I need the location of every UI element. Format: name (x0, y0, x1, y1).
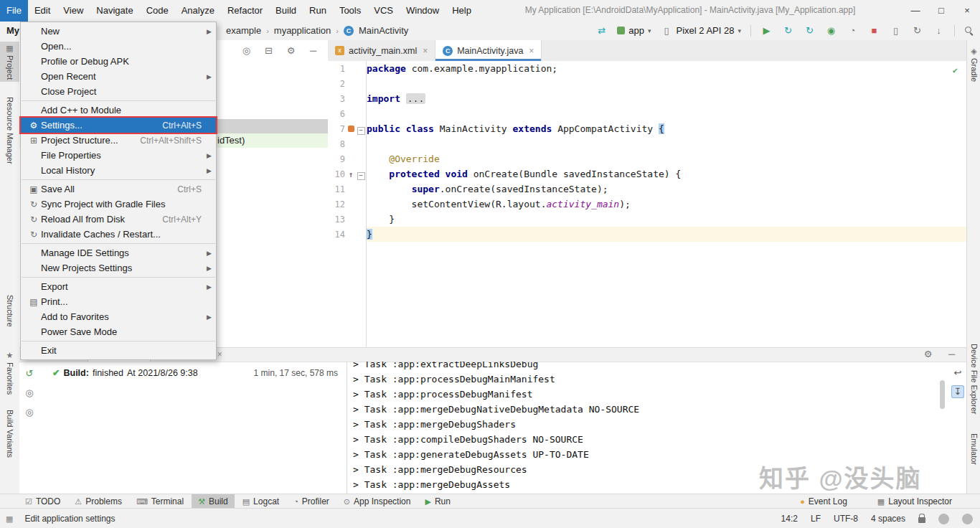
menu-item-local-history[interactable]: Local History▶ (21, 163, 216, 178)
apply-changes-icon[interactable]: ↻ (782, 24, 794, 37)
toolwindow-button-profiler[interactable]: ◔Profiler (287, 494, 336, 509)
menu-item-add-c-to-module[interactable]: Add C++ to Module (21, 103, 216, 118)
settings-gear-icon[interactable]: ⚙ (285, 44, 297, 57)
toolwindow-switcher-icon[interactable]: ▦ (6, 514, 13, 524)
menu-navigate[interactable]: Navigate (90, 0, 139, 22)
caret-position[interactable]: 14:2 (781, 514, 798, 524)
search-icon[interactable] (964, 26, 974, 36)
stripe-emulator[interactable]: Emulator (967, 431, 980, 467)
menu-item-open-recent[interactable]: Open Recent▶ (21, 69, 216, 84)
menu-item-profile-or-debug-apk[interactable]: Profile or Debug APK (21, 54, 216, 69)
menu-item-new-projects-settings[interactable]: New Projects Settings▶ (21, 260, 216, 275)
override-method-icon[interactable]: ↑ (349, 170, 354, 179)
code-line-3[interactable]: import ... (367, 91, 966, 106)
indent-style[interactable]: 4 spaces (871, 514, 905, 524)
maximize-icon[interactable]: □ (928, 0, 954, 22)
gear-icon[interactable]: ⚙ (922, 348, 934, 360)
stripe-gradle[interactable]: ◈Gradle (967, 44, 980, 84)
menu-edit[interactable]: Edit (28, 0, 57, 22)
menu-item-settings[interactable]: ⚙Settings...Ctrl+Alt+S (21, 118, 216, 133)
menu-item-power-save-mode[interactable]: Power Save Mode (21, 324, 216, 339)
code-line-10[interactable]: protected void onCreate(Bundle savedInst… (367, 166, 966, 182)
menu-item-invalidate-caches-restart[interactable]: ↻Invalidate Caches / Restart... (21, 227, 216, 242)
code-line-9[interactable]: @Override (367, 151, 966, 166)
breadcrumb-item[interactable]: example (226, 25, 261, 36)
menu-item-close-project[interactable]: Close Project (21, 84, 216, 99)
menu-refactor[interactable]: Refactor (221, 0, 269, 22)
toolwindow-button-problems[interactable]: ⚠Problems (68, 494, 128, 509)
stripe-structure[interactable]: Structure (0, 293, 19, 329)
scroll-end-icon[interactable]: ↧ (951, 385, 964, 398)
menu-item-print[interactable]: ▤Print... (21, 294, 216, 309)
hide-icon[interactable]: ─ (307, 44, 319, 57)
menu-item-add-to-favorites[interactable]: Add to Favorites▶ (21, 309, 216, 324)
tab-close-icon[interactable]: × (423, 46, 428, 56)
menu-item-manage-ide-settings[interactable]: Manage IDE Settings▶ (21, 245, 216, 260)
run-config-selector[interactable]: app▾ (617, 25, 651, 36)
stop-icon[interactable]: ■ (868, 24, 880, 37)
code-line-7[interactable]: public class MainActivity extends AppCom… (367, 121, 966, 136)
code-line-11[interactable]: super.onCreate(savedInstanceState); (367, 182, 966, 197)
build-console[interactable]: > Task :app:extractDeepLinksDebug> Task … (347, 362, 938, 494)
menu-tools[interactable]: Tools (333, 0, 367, 22)
menu-run[interactable]: Run (303, 0, 333, 22)
menu-item-save-all[interactable]: ▣Save AllCtrl+S (21, 182, 216, 197)
toolwindow-button-logcat[interactable]: ▤Logcat (236, 494, 286, 509)
collapse-all-icon[interactable]: ⊟ (263, 44, 275, 57)
breadcrumb-item[interactable]: myapplication (274, 25, 331, 36)
menu-code[interactable]: Code (140, 0, 175, 22)
minimize-icon[interactable]: — (903, 0, 928, 22)
toolwindow-button-run[interactable]: ▶Run (418, 494, 456, 509)
stripe-build-variants[interactable]: Build Variants (0, 407, 19, 460)
code-editor[interactable]: 12367−8910↑−11121314 package com.example… (328, 61, 966, 347)
sync-project-icon[interactable]: ⇄ (595, 24, 608, 37)
fold-marker-icon[interactable]: − (357, 172, 365, 180)
menu-vcs[interactable]: VCS (367, 0, 400, 22)
profile-icon[interactable]: ◔ (847, 24, 859, 37)
sync-gradle-icon[interactable]: ↻ (911, 24, 923, 37)
toolwindow-button-layout-inspector[interactable]: ▦Layout Inspector (871, 494, 958, 509)
breadcrumb-item[interactable]: MainActivity (359, 25, 408, 36)
toolwindow-button-build[interactable]: ⚒Build (192, 494, 235, 509)
menu-item-export[interactable]: Export▶ (21, 279, 216, 294)
stripe-device-file-explorer[interactable]: Device File Explorer (967, 341, 980, 416)
code-line-6[interactable] (367, 106, 966, 121)
menu-item-sync-project-with-gradle-files[interactable]: ↻Sync Project with Gradle Files (21, 197, 216, 212)
menu-help[interactable]: Help (446, 0, 478, 22)
code-line-12[interactable]: setContentView(R.layout.activity_main); (367, 197, 966, 212)
locate-icon[interactable]: ◎ (240, 44, 253, 57)
build-status-row[interactable]: ✔ Build: finished At 2021/8/26 9:38 (52, 367, 198, 378)
code-line-13[interactable]: } (367, 212, 966, 227)
restart-icon[interactable]: ↺ (22, 367, 37, 380)
lock-icon[interactable] (918, 517, 925, 523)
menu-item-file-properties[interactable]: File Properties▶ (21, 148, 216, 163)
breadcrumb-start[interactable]: My (6, 22, 19, 39)
toolwindow-button-app-inspection[interactable]: ⊙App Inspection (337, 494, 418, 509)
run-icon[interactable]: ▶ (760, 24, 773, 37)
code-line-1[interactable]: package com.example.myapplication; (367, 61, 966, 76)
menu-window[interactable]: Window (400, 0, 446, 22)
code-line-2[interactable] (367, 76, 966, 91)
sdk-manager-icon[interactable]: ↓ (933, 24, 945, 37)
stripe-favorites[interactable]: ★Favorites (0, 349, 19, 397)
editor-tab-activity-main-xml[interactable]: xactivity_main.xml× (328, 40, 435, 61)
menu-build[interactable]: Build (269, 0, 303, 22)
menu-item-new[interactable]: New▶ (21, 24, 216, 39)
code-line-8[interactable] (367, 136, 966, 151)
menu-item-exit[interactable]: Exit (21, 343, 216, 358)
menu-item-project-structure[interactable]: ⊞Project Structure...Ctrl+Alt+Shift+S (21, 133, 216, 148)
menu-analyze[interactable]: Analyze (175, 0, 221, 22)
editor-tab-mainactivity-java[interactable]: CMainActivity.java× (435, 40, 542, 61)
run-class-icon[interactable] (348, 126, 354, 132)
hide-icon[interactable]: ─ (946, 348, 958, 360)
device-manager-icon[interactable]: ▯ (890, 24, 902, 37)
menu-view[interactable]: View (57, 0, 90, 22)
soft-wrap-icon[interactable]: ↩ (951, 367, 964, 380)
device-selector[interactable]: ▯Pixel 2 API 28▾ (661, 24, 741, 37)
toolwindow-button-terminal[interactable]: ⌨Terminal (130, 494, 190, 509)
debug-icon[interactable]: ◉ (825, 24, 837, 37)
fold-marker-icon[interactable]: − (357, 127, 365, 135)
close-icon[interactable]: × (954, 0, 980, 22)
tab-close-icon[interactable]: × (529, 46, 534, 56)
file-encoding[interactable]: UTF-8 (834, 514, 858, 524)
